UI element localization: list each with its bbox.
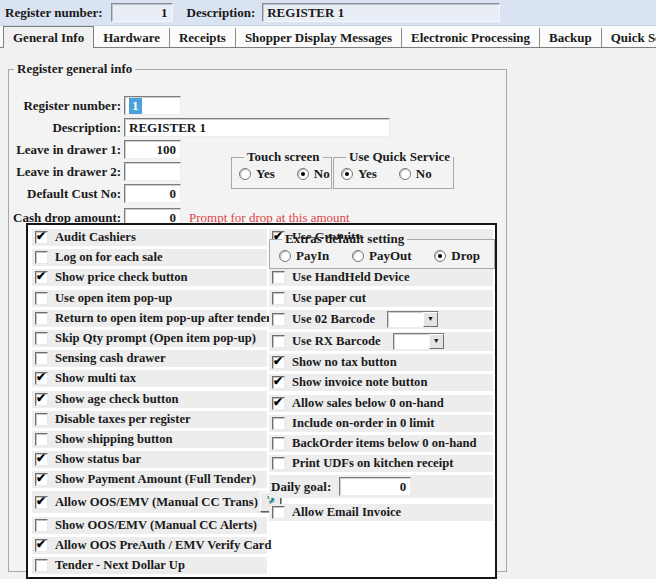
- checkbox-row-allow-oos-preauth-emv-verify-card: Allow OOS PreAuth / EMV Verify Card: [32, 537, 267, 554]
- checkbox-row-include-on-order-in-0-limit: Include on-order in 0 limit: [269, 415, 493, 432]
- radio-option-payout[interactable]: PayOut: [352, 248, 412, 264]
- description-field[interactable]: REGISTER 1: [124, 118, 390, 137]
- checkbox-row-disable-taxes-per-register: Disable taxes per register: [32, 411, 267, 428]
- checkbox-backorder-items-below-0-on-hand[interactable]: [272, 437, 285, 450]
- checkbox-row-show-status-bar: Show status bar: [32, 451, 267, 468]
- checkbox-row-skip-qty-prompt-open-item-pop-up: Skip Qty prompt (Open item pop-up): [32, 330, 267, 347]
- checkbox-show-no-tax-button[interactable]: [272, 356, 285, 369]
- checkbox-label: Show OOS/EMV (Manual CC Alerts): [55, 518, 257, 533]
- checkbox-disable-taxes-per-register[interactable]: [35, 413, 48, 426]
- header-description-label: Description:: [187, 5, 256, 21]
- radio-label: Yes: [358, 166, 377, 182]
- options-column-right: Use GratuityAccept Gratuity from EMV Dev…: [269, 229, 493, 521]
- checkbox-row-use-open-item-pop-up: Use open item pop-up: [32, 290, 267, 307]
- default-cust-no-field[interactable]: 0: [124, 184, 181, 203]
- checkbox-include-on-order-in-0-limit[interactable]: [272, 417, 285, 430]
- radio-button[interactable]: [434, 250, 446, 262]
- checkbox-row-sensing-cash-drawer: Sensing cash drawer: [32, 350, 267, 367]
- checkbox-show-payment-amount-full-tender[interactable]: [35, 473, 48, 486]
- checkbox-return-to-open-item-pop-up-after-tender[interactable]: [35, 312, 48, 325]
- radio-option-drop[interactable]: Drop: [434, 248, 480, 264]
- register-general-info-group: Register general info Register number: 1…: [8, 61, 507, 572]
- checkbox-sensing-cash-drawer[interactable]: [35, 352, 48, 365]
- leave-in-drawer-2-field[interactable]: [124, 162, 181, 181]
- checkbox-label: Allow sales below 0 on-hand: [292, 396, 444, 411]
- checkbox-use-handheld-device[interactable]: [272, 271, 285, 284]
- leave-in-drawer-2-label: Leave in drawer 2:: [13, 164, 121, 180]
- register-number-value: 1: [129, 98, 142, 114]
- tab-shopper-display-messages[interactable]: Shopper Display Messages: [236, 28, 402, 47]
- checkbox-show-shipping-button[interactable]: [35, 433, 48, 446]
- checkbox-label: Use HandHeld Device: [292, 270, 410, 285]
- checkbox-label: BackOrder items below 0 on-hand: [292, 436, 477, 451]
- checkbox-label: Disable taxes per register: [55, 412, 191, 427]
- checkbox-label: Include on-order in 0 limit: [292, 416, 435, 431]
- radio-button[interactable]: [279, 250, 291, 262]
- checkbox-allow-oos-preauth-emv-verify-card[interactable]: [35, 539, 48, 552]
- chevron-down-icon[interactable]: ▼: [429, 334, 444, 349]
- radio-option-yes[interactable]: Yes: [239, 166, 275, 182]
- daily-goal-value: 0: [400, 479, 407, 495]
- leave-in-drawer-1-field[interactable]: 100: [124, 140, 181, 159]
- checkbox-row-use-02-barcode: Use 02 Barcode▼: [269, 310, 493, 329]
- checkbox-row-show-invoice-note-button: Show invoice note button: [269, 374, 493, 391]
- checkbox-show-age-check-button[interactable]: [35, 393, 48, 406]
- checkbox-row-allow-email-invoice: Allow Email Invoice: [269, 504, 493, 521]
- checkbox-label: Tender - Next Dollar Up: [55, 558, 185, 573]
- checkbox-label: Show Payment Amount (Full Tender): [55, 472, 256, 487]
- radio-option-yes[interactable]: Yes: [341, 166, 377, 182]
- daily-goal-field[interactable]: 0: [339, 477, 411, 496]
- radio-button[interactable]: [399, 168, 411, 180]
- checkbox-use-rx-barcode[interactable]: [272, 335, 285, 348]
- tab-general-info[interactable]: General Info: [3, 26, 94, 48]
- checkbox-allow-sales-below-0-on-hand[interactable]: [272, 397, 285, 410]
- checkbox-row-audit-cashiers: Audit Cashiers: [32, 229, 267, 246]
- checkbox-allow-email-invoice[interactable]: [272, 506, 285, 519]
- touch-screen-legend: Touch screen: [244, 149, 323, 165]
- checkbox-use-paper-cut[interactable]: [272, 292, 285, 305]
- header-description-value: REGISTER 1: [267, 5, 344, 21]
- daily-goal-label: Daily goal:: [271, 479, 331, 495]
- checkbox-tender-next-dollar-up[interactable]: [35, 559, 48, 572]
- header-register-number-field[interactable]: 1: [111, 3, 173, 22]
- checkbox-label: Allow OOS PreAuth / EMV Verify Card: [55, 538, 271, 553]
- checkbox-audit-cashiers[interactable]: [35, 231, 48, 244]
- checkbox-row-show-age-check-button: Show age check button: [32, 391, 267, 408]
- checkbox-skip-qty-prompt-open-item-pop-up[interactable]: [35, 332, 48, 345]
- chevron-down-icon[interactable]: ▼: [423, 312, 438, 327]
- tab-bar: General InfoHardwareReceiptsShopper Disp…: [0, 26, 656, 48]
- radio-option-no[interactable]: No: [297, 166, 330, 182]
- checkbox-print-udfs-on-kitchen-receipt[interactable]: [272, 457, 285, 470]
- tab-backup[interactable]: Backup: [540, 28, 602, 47]
- header-register-number-value: 1: [161, 5, 168, 21]
- checkbox-show-oos-emv-manual-cc-alerts[interactable]: [35, 519, 48, 532]
- checkbox-use-02-barcode[interactable]: [272, 313, 285, 326]
- radio-button[interactable]: [297, 168, 309, 180]
- radio-button[interactable]: [341, 168, 353, 180]
- checkbox-label: Print UDFs on kitchen receipt: [292, 456, 453, 471]
- touch-screen-group: Touch screen YesNo: [231, 149, 332, 189]
- checkbox-row-use-paper-cut: Use paper cut: [269, 290, 493, 307]
- tab-hardware[interactable]: Hardware: [94, 28, 170, 47]
- checkbox-use-open-item-pop-up[interactable]: [35, 292, 48, 305]
- checkbox-row-show-shipping-button: Show shipping button: [32, 431, 267, 448]
- register-number-field[interactable]: 1: [124, 96, 181, 115]
- radio-label: Yes: [256, 166, 275, 182]
- barcode-dropdown[interactable]: ▼: [393, 333, 445, 350]
- radio-button[interactable]: [239, 168, 251, 180]
- checkbox-show-multi-tax[interactable]: [35, 372, 48, 385]
- radio-button[interactable]: [352, 250, 364, 262]
- checkbox-show-price-check-button[interactable]: [35, 271, 48, 284]
- radio-option-no[interactable]: No: [399, 166, 432, 182]
- header-description-field[interactable]: REGISTER 1: [262, 3, 500, 22]
- barcode-dropdown[interactable]: ▼: [387, 311, 439, 328]
- checkbox-allow-oos-emv-manual-cc-trans[interactable]: [35, 496, 48, 509]
- checkbox-show-invoice-note-button[interactable]: [272, 376, 285, 389]
- checkbox-row-log-on-for-each-sale: Log on for each sale: [32, 249, 267, 266]
- tab-quick-service-setup[interactable]: Quick Service Setup: [602, 28, 656, 47]
- tab-electronic-processing[interactable]: Electronic Processing: [402, 28, 540, 47]
- checkbox-show-status-bar[interactable]: [35, 453, 48, 466]
- radio-option-payin[interactable]: PayIn: [279, 248, 329, 264]
- tab-receipts[interactable]: Receipts: [170, 28, 236, 47]
- checkbox-log-on-for-each-sale[interactable]: [35, 251, 48, 264]
